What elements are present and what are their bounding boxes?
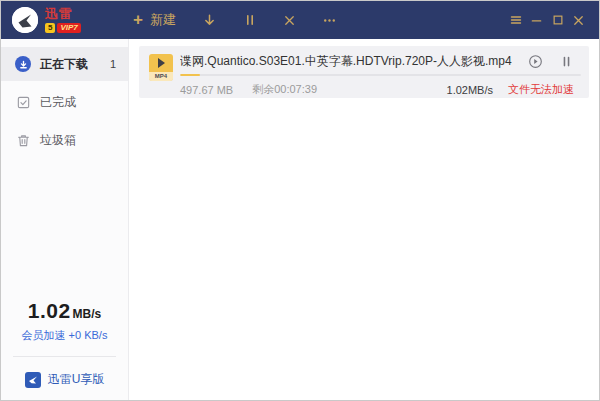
- sidebar-item-trash[interactable]: 垃圾箱: [1, 123, 128, 157]
- plus-icon: +: [133, 13, 143, 27]
- task-filename: 谍网.Quantico.S03E01.中英字幕.HDTVrip.720P-人人影…: [180, 53, 516, 70]
- task-status: 文件无法加速: [508, 82, 574, 97]
- maximize-icon[interactable]: [547, 14, 568, 26]
- window-controls: [505, 1, 589, 39]
- xunlei-window: 迅雷 5 VIP7 + 新建: [0, 0, 600, 401]
- logo-meta: 迅雷 5 VIP7: [45, 7, 81, 33]
- u-share-label: 迅雷U享版: [48, 371, 105, 388]
- toolbar: + 新建: [133, 11, 337, 29]
- trash-icon: [15, 132, 31, 148]
- sidebar-item-label: 垃圾箱: [40, 132, 76, 149]
- task-content: 谍网.Quantico.S03E01.中英字幕.HDTVrip.720P-人人影…: [173, 54, 589, 97]
- speed-unit: MB/s: [73, 307, 102, 321]
- pause-all-icon[interactable]: [243, 13, 257, 27]
- pause-task-icon[interactable]: [560, 55, 573, 68]
- download-list: MP4 谍网.Quantico.S03E01.中英字幕.HDTVrip.720P…: [129, 39, 599, 400]
- task-speed: 1.02MB/s: [447, 84, 493, 96]
- u-share-icon: [25, 372, 41, 388]
- mp4-file-icon: MP4: [149, 54, 173, 81]
- u-share-edition-link[interactable]: 迅雷U享版: [1, 371, 128, 388]
- sidebar-item-completed[interactable]: 已完成: [1, 85, 128, 119]
- speed-panel: 1.02MB/s 会员加速 +0 KB/s 迅雷U享版: [1, 299, 128, 400]
- completed-icon: [15, 94, 31, 110]
- task-actions: [528, 54, 573, 69]
- speed-value: 1.02: [28, 299, 71, 322]
- accelerate-icon[interactable]: [528, 54, 543, 69]
- sidebar-nav: 正在下载 1 已完成 垃圾箱: [1, 39, 128, 157]
- downloading-count-badge: 1: [110, 58, 116, 70]
- progress-fill: [180, 74, 200, 76]
- member-level-badge: 5: [45, 23, 55, 33]
- task-time-remaining: 剩余00:07:39: [252, 82, 317, 97]
- more-icon[interactable]: [322, 13, 337, 28]
- delete-all-icon[interactable]: [283, 14, 296, 27]
- sidebar-item-label: 正在下载: [40, 56, 88, 73]
- task-size: 497.67 MB: [180, 84, 233, 96]
- sidebar-item-label: 已完成: [40, 94, 76, 111]
- new-task-button[interactable]: + 新建: [133, 11, 176, 29]
- progress-bar: [180, 74, 581, 76]
- member-badges: 5 VIP7: [45, 23, 81, 33]
- titlebar: 迅雷 5 VIP7 + 新建: [1, 1, 599, 39]
- global-speed: 1.02MB/s: [1, 299, 128, 323]
- member-boost-text: 会员加速 +0 KB/s: [1, 328, 128, 343]
- vip-badge: VIP7: [57, 23, 80, 33]
- download-task-row[interactable]: MP4 谍网.Quantico.S03E01.中英字幕.HDTVrip.720P…: [139, 46, 589, 98]
- bird-logo-icon: [12, 7, 38, 33]
- new-task-label: 新建: [150, 11, 176, 29]
- menu-icon[interactable]: [505, 13, 526, 27]
- app-logo-icon: [12, 7, 38, 33]
- app-body: 正在下载 1 已完成 垃圾箱 1.02MB: [1, 39, 599, 400]
- close-icon[interactable]: [568, 14, 589, 27]
- sidebar-divider: [13, 356, 116, 357]
- app-name: 迅雷: [45, 7, 81, 20]
- sidebar-item-downloading[interactable]: 正在下载 1: [1, 47, 128, 81]
- downloading-icon: [15, 56, 31, 72]
- start-all-icon[interactable]: [202, 13, 217, 28]
- play-icon: [158, 58, 165, 68]
- file-ext-label: MP4: [149, 72, 173, 81]
- sidebar: 正在下载 1 已完成 垃圾箱 1.02MB: [1, 39, 129, 400]
- logo-area: 迅雷 5 VIP7: [1, 7, 113, 33]
- minimize-icon[interactable]: [526, 14, 547, 27]
